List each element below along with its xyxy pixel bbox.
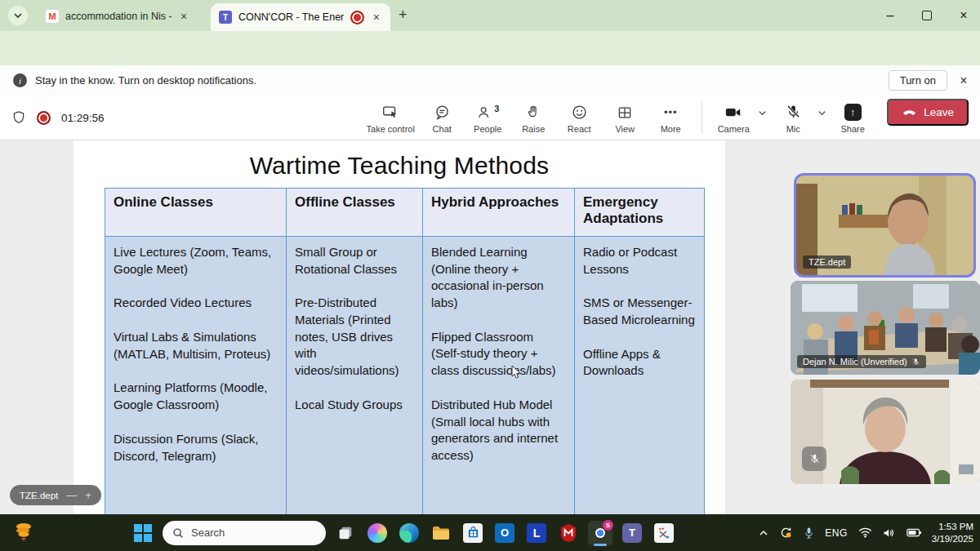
mcafee-button[interactable] bbox=[556, 521, 581, 545]
share-button[interactable]: ↑ Share bbox=[830, 99, 875, 137]
mic-button[interactable]: Mic bbox=[770, 99, 816, 137]
search-icon bbox=[172, 527, 184, 539]
table-cell-item: Virtual Labs & Simulations (MATLAB, Mult… bbox=[114, 329, 278, 362]
window-close-button[interactable]: × bbox=[951, 8, 976, 23]
participant-video-tile[interactable]: TZE.dept bbox=[794, 173, 976, 278]
participant-video-tile[interactable]: Dejan N. Milic (Unverified) bbox=[791, 281, 980, 375]
people-count-badge: 3 bbox=[494, 104, 499, 113]
camera-options-chevron[interactable] bbox=[758, 109, 767, 118]
chevron-down-icon bbox=[758, 109, 767, 118]
onedrive-sync-icon[interactable] bbox=[779, 526, 793, 540]
tab-title: CONN'COR - The Energy Se bbox=[238, 11, 344, 23]
more-dots-icon: ••• bbox=[664, 104, 678, 122]
gmail-icon: M bbox=[46, 10, 59, 23]
taskbar-clock[interactable]: 1:53 PM 3/19/2025 bbox=[932, 521, 973, 545]
react-button[interactable]: React bbox=[556, 99, 602, 137]
teams-app-button[interactable]: T bbox=[620, 521, 644, 545]
more-button[interactable]: ••• More bbox=[648, 99, 693, 137]
edge-icon bbox=[399, 523, 419, 543]
shield-icon bbox=[11, 109, 26, 126]
notification-close-icon[interactable]: × bbox=[947, 73, 980, 88]
table-cell-item: Local Study Groups bbox=[295, 397, 414, 414]
microsoft-store-button[interactable] bbox=[461, 521, 485, 545]
tab-recording-icon bbox=[350, 11, 364, 24]
chrome-button[interactable]: S bbox=[588, 521, 612, 545]
language-indicator[interactable]: ENG bbox=[825, 527, 848, 539]
zoom-out-button[interactable]: — bbox=[66, 489, 77, 501]
browser-addressbar: ← → teams.microsoft.com/v2/?meetingjoin=… bbox=[0, 31, 980, 65]
table-cell-item: Blended Learning (Online theory + occasi… bbox=[431, 244, 566, 312]
toolbar-divider bbox=[702, 101, 702, 134]
l-app-button[interactable]: L bbox=[524, 521, 549, 545]
tab-gmail[interactable]: M accommodation in Nis - iryna.y × bbox=[38, 4, 225, 29]
meeting-timer: 01:29:56 bbox=[61, 112, 105, 124]
window-maximize-button[interactable] bbox=[915, 8, 939, 23]
camera-icon bbox=[724, 104, 742, 122]
info-icon: i bbox=[13, 73, 27, 87]
file-explorer-button[interactable] bbox=[429, 521, 453, 545]
tray-overflow-chevron[interactable] bbox=[759, 528, 768, 538]
tab-teams-meeting[interactable]: T CONN'COR - The Energy Se × bbox=[211, 3, 390, 31]
view-button[interactable]: View bbox=[602, 99, 648, 137]
mic-muted-icon bbox=[808, 453, 821, 465]
start-button[interactable] bbox=[131, 521, 155, 545]
task-view-icon bbox=[336, 524, 354, 542]
window-minimize-button[interactable]: – bbox=[878, 8, 902, 23]
meeting-stage: Wartime Teaching Methods Online Classes … bbox=[0, 140, 980, 514]
search-placeholder: Search bbox=[191, 527, 225, 539]
take-control-icon bbox=[381, 104, 399, 122]
table-cell-item: Pre-Distributed Materials (Printed notes… bbox=[295, 295, 414, 379]
tab-close-icon[interactable]: × bbox=[371, 11, 382, 24]
people-button[interactable]: 3 People bbox=[465, 99, 510, 137]
table-cell-item: Discussion Forums (Slack, Discord, Teleg… bbox=[114, 431, 278, 464]
leave-label: Leave bbox=[924, 106, 954, 118]
edge-button[interactable] bbox=[397, 521, 421, 545]
copilot-button[interactable] bbox=[365, 521, 390, 545]
volume-icon[interactable] bbox=[883, 527, 896, 539]
column-header: Offline Classes bbox=[287, 189, 423, 237]
system-tray: ENG 1:53 PM 3/19/2025 bbox=[759, 514, 973, 551]
snipping-tool-button[interactable] bbox=[652, 521, 676, 545]
table-cell-item: SMS or Messenger-Based Microlearning bbox=[583, 295, 696, 328]
hybrid-approaches-cell: Blended Learning (Online theory + occasi… bbox=[423, 237, 575, 522]
meeting-toolbar: 01:29:56 Take control Chat 3 People Rais… bbox=[0, 96, 980, 140]
tab-title: accommodation in Nis - iryna.y bbox=[65, 11, 172, 22]
participant-video-tile[interactable] bbox=[791, 380, 980, 484]
copilot-icon bbox=[368, 523, 387, 543]
windows-logo-icon bbox=[134, 524, 152, 542]
tab-close-icon[interactable]: × bbox=[178, 10, 189, 23]
leave-button[interactable]: Leave bbox=[887, 99, 969, 126]
l-app-icon: L bbox=[527, 523, 546, 543]
tray-mic-icon[interactable] bbox=[804, 527, 814, 540]
zoom-in-button[interactable]: + bbox=[85, 489, 91, 501]
snipping-tool-icon bbox=[654, 523, 674, 543]
presenter-name: TZE.dept bbox=[20, 491, 58, 500]
view-grid-icon bbox=[617, 104, 633, 121]
taskbar-apps: Search O L S bbox=[131, 514, 676, 551]
mic-options-chevron[interactable] bbox=[817, 109, 826, 118]
notification-message: Stay in the know. Turn on desktop notifi… bbox=[35, 74, 256, 87]
task-view-button[interactable] bbox=[333, 521, 358, 545]
chat-button[interactable]: Chat bbox=[419, 99, 465, 137]
table-cell-item: Offline Apps & Downloads bbox=[583, 346, 696, 380]
wifi-icon[interactable] bbox=[858, 527, 872, 538]
people-icon bbox=[476, 104, 492, 121]
chevron-down-icon bbox=[13, 11, 23, 20]
taskbar-search[interactable]: Search bbox=[163, 521, 326, 545]
column-header: Emergency Adaptations bbox=[575, 189, 705, 237]
table-cell-item: Distributed Hub Model (Small local hubs … bbox=[431, 397, 566, 464]
tray-date: 3/19/2025 bbox=[932, 534, 973, 544]
camera-button[interactable]: Camera bbox=[710, 99, 756, 137]
turn-on-button[interactable]: Turn on bbox=[889, 70, 947, 91]
tab-search-chevron-button[interactable] bbox=[8, 6, 28, 25]
screen: M accommodation in Nis - iryna.y × T CON… bbox=[0, 0, 980, 551]
column-header: Online Classes bbox=[105, 189, 287, 237]
raise-hand-button[interactable]: Raise bbox=[510, 99, 556, 137]
outlook-button[interactable]: O bbox=[492, 521, 517, 545]
take-control-button[interactable]: Take control bbox=[362, 99, 419, 137]
corner-app-icon[interactable] bbox=[13, 521, 34, 544]
battery-icon[interactable] bbox=[906, 528, 921, 537]
mouse-cursor bbox=[511, 365, 523, 380]
mic-muted-icon bbox=[785, 104, 802, 121]
new-tab-button[interactable]: + bbox=[399, 7, 408, 24]
